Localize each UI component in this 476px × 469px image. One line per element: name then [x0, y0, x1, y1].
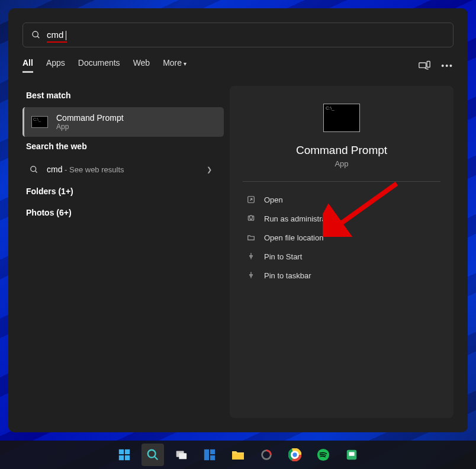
svg-rect-16	[179, 453, 186, 459]
svg-rect-2	[419, 63, 426, 68]
action-pin-to-taskbar[interactable]: Pin to taskbar	[243, 266, 440, 285]
svg-line-5	[35, 171, 37, 172]
taskbar-search-button[interactable]	[141, 444, 164, 466]
tab-all[interactable]: All	[22, 58, 33, 73]
taskbar-widgets[interactable]	[198, 444, 221, 466]
search-icon	[30, 165, 38, 174]
spellcheck-underline	[47, 41, 67, 43]
folder-icon	[246, 233, 256, 242]
command-prompt-icon: C:\_	[31, 116, 48, 128]
svg-line-14	[155, 457, 158, 460]
more-options-icon[interactable]: •••	[441, 61, 454, 70]
section-search-web: Search the web	[26, 142, 224, 151]
svg-rect-11	[119, 455, 124, 460]
taskbar-task-view[interactable]	[170, 444, 192, 466]
web-result-term: cmd	[47, 165, 62, 174]
text-caret	[66, 31, 66, 40]
search-input[interactable]	[47, 30, 445, 40]
chevron-right-icon: ❯	[207, 166, 212, 174]
taskbar-app-1[interactable]	[255, 444, 278, 466]
svg-point-0	[33, 31, 38, 37]
svg-rect-19	[210, 455, 215, 460]
tab-web[interactable]: Web	[133, 58, 150, 73]
web-result-item[interactable]: cmd - See web results ❯	[22, 158, 224, 181]
tab-documents[interactable]: Documents	[78, 58, 120, 73]
taskbar-app-2[interactable]	[340, 444, 363, 466]
svg-rect-3	[427, 61, 430, 67]
svg-rect-17	[204, 449, 209, 460]
start-button[interactable]	[113, 444, 136, 466]
best-match-item[interactable]: C:\_ Command Prompt App	[22, 107, 224, 137]
pin-icon	[246, 252, 256, 261]
svg-point-4	[31, 166, 36, 171]
best-match-title: Command Prompt	[56, 113, 124, 123]
preview-pane: C:\_ Command Prompt App Open Run as admi…	[230, 86, 454, 418]
web-result-suffix: - See web results	[62, 165, 124, 174]
svg-line-1	[37, 36, 39, 38]
svg-point-26	[292, 452, 297, 457]
action-pin-to-start[interactable]: Pin to Start	[243, 247, 440, 266]
divider	[243, 181, 440, 182]
admin-shield-icon	[246, 214, 256, 223]
taskbar	[0, 441, 476, 469]
start-search-panel: All Apps Documents Web More▾ ••• Best ma…	[8, 8, 468, 432]
taskbar-spotify[interactable]	[312, 444, 335, 466]
svg-rect-20	[232, 454, 244, 460]
preview-subtitle: App	[335, 159, 348, 168]
svg-rect-29	[349, 452, 354, 455]
section-best-match: Best match	[26, 91, 224, 100]
taskbar-file-explorer[interactable]	[227, 444, 249, 466]
tab-more[interactable]: More▾	[163, 58, 186, 73]
pin-icon	[246, 271, 256, 280]
taskbar-chrome[interactable]	[284, 444, 306, 466]
open-icon	[246, 195, 256, 204]
svg-rect-12	[125, 455, 130, 460]
svg-rect-18	[210, 449, 215, 454]
devices-icon[interactable]	[419, 60, 430, 71]
svg-rect-9	[119, 449, 124, 454]
tab-apps[interactable]: Apps	[46, 58, 65, 73]
svg-point-13	[148, 450, 156, 458]
action-run-as-administrator[interactable]: Run as administrator	[243, 209, 440, 228]
command-prompt-icon: C:\_	[323, 104, 360, 132]
svg-rect-10	[125, 449, 130, 454]
preview-title: Command Prompt	[296, 144, 387, 157]
search-icon	[31, 30, 41, 40]
best-match-subtitle: App	[56, 123, 124, 131]
category-photos[interactable]: Photos (6+)	[22, 202, 224, 223]
search-bar[interactable]	[22, 23, 454, 47]
chevron-down-icon: ▾	[184, 60, 186, 67]
action-open[interactable]: Open	[243, 190, 440, 209]
action-open-file-location[interactable]: Open file location	[243, 228, 440, 247]
category-folders[interactable]: Folders (1+)	[22, 181, 224, 202]
